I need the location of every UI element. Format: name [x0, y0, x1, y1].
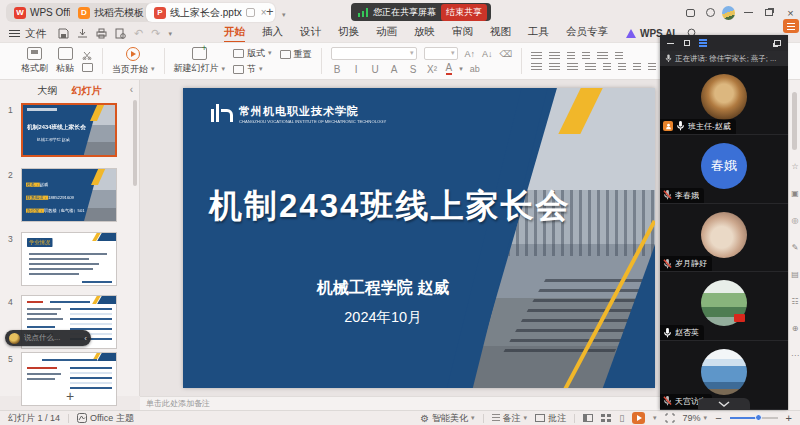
paste-button[interactable]: 粘贴 — [56, 47, 74, 75]
app-tab-docer[interactable]: D 找稻壳模板 — [70, 3, 152, 22]
highlight-button[interactable]: ab — [470, 64, 480, 74]
tab-slides[interactable]: 幻灯片 — [72, 84, 102, 98]
menu-tab-设计[interactable]: 设计 — [300, 25, 321, 43]
font-style-button-0[interactable]: B — [331, 64, 344, 75]
star-icon[interactable]: ☆ — [789, 162, 800, 171]
menu-tab-动画[interactable]: 动画 — [376, 25, 397, 43]
text-direction-icon[interactable] — [615, 52, 623, 60]
print-preview-icon[interactable] — [115, 28, 126, 39]
undo-icon[interactable]: ↶ — [134, 27, 143, 40]
zoom-out-button[interactable]: − — [715, 412, 721, 424]
font-style-button-4[interactable]: S — [407, 64, 420, 75]
collapse-left-chevron[interactable]: ‹ — [84, 334, 87, 343]
preview-icon[interactable]: ◎ — [789, 216, 800, 225]
play-options-chevron[interactable]: ▾ — [653, 414, 657, 422]
reset-button[interactable]: 重置 — [280, 48, 312, 61]
font-style-button-5[interactable]: X² — [426, 64, 439, 75]
font-size-select[interactable] — [424, 47, 458, 60]
meeting-layout-switch-icon[interactable] — [773, 39, 782, 48]
ai-quick-input[interactable]: 说点什么... ‹ — [5, 330, 91, 346]
numbered-list-icon[interactable] — [549, 52, 560, 60]
canvas-scrollbar[interactable] — [792, 92, 797, 150]
theme-button[interactable]: Office 主题 — [77, 412, 134, 425]
current-slide[interactable]: 常州机电职业技术学院 CHANGZHOU VOCATIONAL INSTITUT… — [183, 88, 655, 388]
zoom-level[interactable]: 79%▾ — [683, 413, 708, 423]
tab-outline[interactable]: 大纲 — [38, 84, 58, 98]
font-style-button-2[interactable]: U — [369, 64, 382, 75]
menu-tab-视图[interactable]: 视图 — [490, 25, 511, 43]
meeting-toolbar-fragment[interactable] — [783, 19, 799, 33]
align-top-icon[interactable] — [618, 63, 626, 71]
menu-tab-开始[interactable]: 开始 — [224, 25, 245, 43]
tab-list-chevron[interactable]: ▾ — [282, 8, 286, 22]
add-slide-button[interactable]: + — [0, 388, 140, 404]
hamburger-icon[interactable] — [9, 30, 20, 37]
line-spacing-icon[interactable] — [597, 52, 608, 60]
slide-thumbnail-1[interactable]: 机制2434班线上家长会 机械工程学院 赵威 — [21, 103, 117, 157]
edit-icon[interactable]: ✎ — [789, 243, 800, 252]
panel-collapse-chevron[interactable]: ‹ — [130, 84, 133, 95]
font-style-button-3[interactable]: A — [388, 64, 401, 75]
print-icon[interactable] — [96, 28, 107, 39]
notes-toggle-button[interactable]: 备注▾ — [492, 412, 528, 425]
bullet-list-icon[interactable] — [531, 52, 542, 60]
add-icon[interactable]: ⊕ — [789, 324, 800, 333]
justify-icon[interactable] — [585, 63, 596, 71]
tab-stack-icon[interactable] — [684, 6, 697, 19]
minimize-button[interactable] — [742, 6, 755, 19]
format-painter-button[interactable]: 格式刷 — [21, 47, 48, 75]
cut-icon[interactable] — [82, 51, 92, 60]
zoom-slider-handle[interactable] — [755, 414, 762, 421]
meeting-list-view-icon[interactable] — [698, 39, 707, 48]
font-family-select[interactable] — [331, 47, 417, 60]
align-left-icon[interactable] — [531, 63, 542, 71]
account-avatar[interactable] — [722, 6, 735, 19]
thumbnail-scrollbar[interactable] — [133, 100, 137, 186]
file-menu[interactable]: 文件 — [25, 27, 46, 41]
decrease-font-icon[interactable]: A↓ — [482, 49, 493, 59]
redo-icon[interactable]: ↷ — [151, 27, 160, 40]
increase-indent-icon[interactable] — [582, 52, 590, 60]
font-style-button-1[interactable]: I — [350, 64, 363, 75]
participant-tile[interactable]: 赵杏英 — [660, 272, 788, 341]
zoom-slider[interactable] — [730, 417, 778, 419]
increase-font-icon[interactable]: A↑ — [465, 49, 476, 59]
slide-thumbnail-2[interactable]: 姓名：赵威 联系电话：18852291609 办公室：职教楼（电气楼）501 — [21, 168, 117, 222]
font-color-button[interactable]: A — [446, 63, 453, 75]
close-button[interactable]: × — [784, 6, 797, 19]
menu-tab-会员专享[interactable]: 会员专享 — [566, 25, 608, 43]
align-center-icon[interactable] — [549, 63, 560, 71]
fields-icon[interactable]: ☷ — [789, 297, 800, 306]
menu-tab-切换[interactable]: 切换 — [338, 25, 359, 43]
undo-history-chevron[interactable]: ▾ — [168, 30, 172, 38]
new-tab-button[interactable]: + — [266, 5, 274, 19]
comments-button[interactable]: 批注 — [535, 412, 566, 425]
meeting-maximize-icon[interactable] — [682, 39, 691, 48]
clear-format-icon[interactable]: ⌫ — [500, 49, 513, 59]
end-share-button[interactable]: 结束共享 — [441, 4, 487, 21]
slide-sorter-view-icon[interactable] — [601, 414, 611, 422]
slide-thumbnail-3[interactable]: 学业情况 — [21, 232, 117, 286]
align-bottom-icon[interactable] — [648, 63, 656, 71]
slideshow-play-button[interactable] — [632, 412, 645, 424]
more-icon[interactable]: ⋯ — [789, 351, 800, 360]
copy-icon[interactable] — [82, 63, 93, 72]
menu-tab-放映[interactable]: 放映 — [414, 25, 435, 43]
menu-tab-工具[interactable]: 工具 — [528, 25, 549, 43]
save-icon[interactable] — [58, 28, 69, 39]
smart-beautify-button[interactable]: ⚙ 智能美化▾ — [420, 412, 474, 425]
document-tab[interactable]: P 线上家长会.pptx × — [146, 3, 275, 22]
columns-icon[interactable] — [603, 63, 611, 71]
reading-view-icon[interactable]: ▯ — [619, 413, 624, 423]
menu-tab-审阅[interactable]: 审阅 — [452, 25, 473, 43]
zoom-in-button[interactable]: + — [786, 412, 792, 424]
participant-tile[interactable]: 班主任-赵威 — [660, 66, 788, 135]
export-icon[interactable] — [77, 28, 88, 39]
decrease-indent-icon[interactable] — [567, 52, 575, 60]
align-middle-icon[interactable] — [633, 63, 641, 71]
clipboard-icon[interactable]: ▣ — [789, 189, 800, 198]
restore-button[interactable] — [762, 6, 775, 19]
align-right-icon[interactable] — [567, 63, 578, 71]
section-button[interactable]: 节▾ — [233, 63, 272, 76]
participant-tile[interactable]: 岁月静好 — [660, 204, 788, 273]
